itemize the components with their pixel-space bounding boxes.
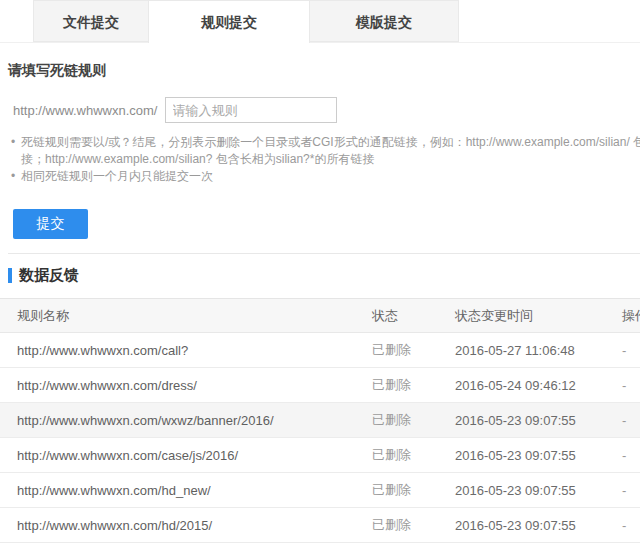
rule-url-cell: http://www.whwwxn.com/dress/ [0, 378, 355, 393]
action-cell: - [605, 378, 640, 393]
tab-rule-submit[interactable]: 规则提交 [148, 0, 310, 43]
status-cell: 已删除 [355, 341, 438, 359]
feedback-table: 规则名称 状态 状态变更时间 操作 http://www.whwwxn.com/… [0, 298, 640, 547]
rule-note: 死链规则需要以/或？结尾，分别表示删除一个目录或者CGI形式的通配链接，例如：h… [11, 134, 640, 168]
action-cell: - [605, 413, 640, 428]
rule-url-cell: http://www.whwwxn.com/case/js/2016/ [0, 448, 355, 463]
feedback-header: 数据反馈 [8, 266, 640, 285]
time-cell: 2016-05-23 09:07:55 [438, 448, 605, 463]
action-cell: - [605, 448, 640, 463]
rule-url-cell: http://www.whwwxn.com/call? [0, 343, 355, 358]
time-cell: 2016-05-23 09:07:55 [438, 518, 605, 533]
tab-bar: 文件提交 规则提交 模版提交 [0, 0, 640, 43]
table-row: http://www.whwwxn.com/hd_new/ 已删除 2016-0… [0, 473, 640, 508]
time-cell: 2016-05-24 09:46:12 [438, 378, 605, 393]
table-row: http://www.whwwxn.com/call? 已删除 2016-05-… [0, 333, 640, 368]
tab-template-submit[interactable]: 模版提交 [309, 0, 459, 42]
table-row: http://www.whwwxn.com/wxwz/banner/2016/ … [0, 403, 640, 438]
table-row: http://www.whwwxn.com/dress/ 已删除 2016-05… [0, 368, 640, 403]
rule-input-row: http://www.whwwxn.com/ [13, 97, 640, 123]
rule-url-cell: http://www.whwwxn.com/wxwz/banner/2016/ [0, 413, 355, 428]
rule-input[interactable] [165, 97, 337, 123]
page: 文件提交 规则提交 模版提交 请填写死链规则 http://www.whwwxn… [0, 0, 640, 547]
col-header-action: 操作 [605, 307, 640, 325]
form-heading: 请填写死链规则 [8, 62, 640, 80]
action-cell: - [605, 343, 640, 358]
table-row: http://www.whwwxn.com/hd/2015/ 已删除 2016-… [0, 508, 640, 543]
table-row: http://www.whwwxn.com/news/tip/ 已删除 2016… [0, 543, 640, 547]
time-cell: 2016-05-23 09:07:55 [438, 413, 605, 428]
status-cell: 已删除 [355, 446, 438, 464]
status-cell: 已删除 [355, 376, 438, 394]
rule-form-section: 请填写死链规则 http://www.whwwxn.com/ 死链规则需要以/或… [0, 62, 640, 239]
time-cell: 2016-05-27 11:06:48 [438, 343, 605, 358]
action-cell: - [605, 483, 640, 498]
section-accent-bar [8, 268, 12, 283]
site-url-prefix: http://www.whwwxn.com/ [13, 103, 158, 118]
status-cell: 已删除 [355, 481, 438, 499]
rule-notes: 死链规则需要以/或？结尾，分别表示删除一个目录或者CGI形式的通配链接，例如：h… [11, 134, 640, 185]
rule-note: 相同死链规则一个月内只能提交一次 [11, 168, 640, 185]
feedback-section: 数据反馈 规则名称 状态 状态变更时间 操作 http://www.whwwxn… [0, 266, 640, 547]
tab-file-submit[interactable]: 文件提交 [33, 0, 149, 42]
rule-note-line: 相同死链规则一个月内只能提交一次 [21, 168, 640, 185]
table-row: http://www.whwwxn.com/case/js/2016/ 已删除 … [0, 438, 640, 473]
rule-url-cell: http://www.whwwxn.com/hd/2015/ [0, 518, 355, 533]
rule-note-line: 接；http://www.example.com/silian? 包含长相为si… [21, 151, 640, 168]
section-divider [8, 253, 640, 254]
submit-button[interactable]: 提交 [13, 209, 88, 239]
time-cell: 2016-05-23 09:07:55 [438, 483, 605, 498]
status-cell: 已删除 [355, 516, 438, 534]
rule-url-cell: http://www.whwwxn.com/hd_new/ [0, 483, 355, 498]
feedback-title: 数据反馈 [19, 266, 79, 285]
col-header-rule: 规则名称 [0, 307, 355, 325]
col-header-status: 状态 [355, 307, 438, 325]
table-header-row: 规则名称 状态 状态变更时间 操作 [0, 298, 640, 333]
action-cell: - [605, 518, 640, 533]
rule-note-line: 死链规则需要以/或？结尾，分别表示删除一个目录或者CGI形式的通配链接，例如：h… [21, 134, 640, 151]
status-cell: 已删除 [355, 411, 438, 429]
col-header-time: 状态变更时间 [438, 307, 605, 325]
